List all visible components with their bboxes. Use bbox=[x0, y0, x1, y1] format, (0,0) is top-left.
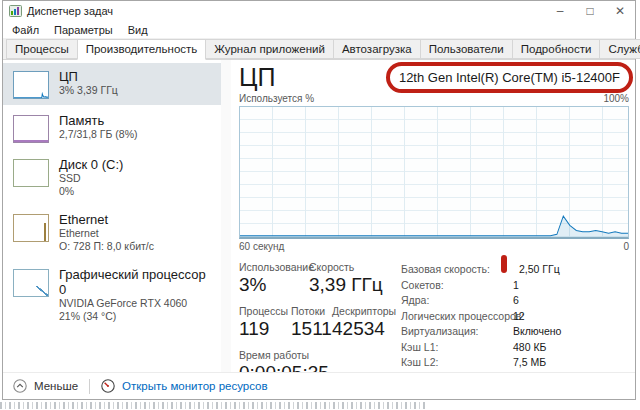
detail-row-logical-processors: Логических процессоров: 12 bbox=[401, 309, 561, 325]
footer-separator bbox=[89, 379, 90, 394]
cropped-background-text bbox=[0, 402, 428, 409]
detail-row-base-speed: Базовая скорость: 2,50 ГГц bbox=[401, 262, 561, 278]
base-speed-value: 2,50 ГГц bbox=[513, 262, 560, 278]
sidebar-item-title: Ethernet bbox=[59, 212, 154, 227]
cpu-usage-area-series bbox=[240, 107, 628, 237]
sidebar-item-sub: Ethernet bbox=[59, 227, 154, 240]
sidebar-item-sub: 2,7/31,8 ГБ (8%) bbox=[59, 128, 138, 141]
footer-bar: Меньше Открыть монитор ресурсов bbox=[3, 372, 635, 399]
sidebar-item-title: Графический процессор 0 bbox=[59, 267, 215, 297]
sidebar-item-disk[interactable]: Диск 0 (C:) SSD 0% bbox=[3, 151, 221, 204]
chart-window-label: 60 секунд bbox=[239, 241, 284, 252]
tab-startup[interactable]: Автозагрузка bbox=[333, 39, 421, 59]
tab-users[interactable]: Пользователи bbox=[420, 39, 513, 59]
speed-value: 3,39 ГГц bbox=[309, 274, 383, 296]
speed-label: Скорость bbox=[309, 261, 354, 273]
performance-sidebar: ЦП 3% 3,39 ГГц Память 2,7/31,8 ГБ (8%) Д… bbox=[3, 60, 221, 372]
sidebar-item-title: ЦП bbox=[59, 69, 118, 84]
usage-label: Использование bbox=[239, 261, 309, 273]
cpu-spec-details: Базовая скорость: 2,50 ГГц Сокетов: 1 Яд… bbox=[401, 261, 561, 372]
processes-label: Процессы bbox=[239, 305, 291, 317]
handles-value: 42534 bbox=[332, 318, 385, 340]
tab-details[interactable]: Подробности bbox=[512, 39, 601, 59]
sidebar-item-sub2: 0% bbox=[59, 185, 123, 198]
sidebar-scrollbar[interactable] bbox=[221, 60, 231, 372]
app-icon bbox=[9, 5, 22, 17]
handles-label: Дескрипторы bbox=[332, 305, 396, 317]
task-manager-window: Диспетчер задач – □ ✕ Файл Параметры Вид… bbox=[2, 0, 636, 400]
sidebar-item-cpu[interactable]: ЦП 3% 3,39 ГГц bbox=[3, 63, 221, 105]
sidebar-item-ethernet[interactable]: Ethernet Ethernet О: 728 П: 8,0 кбит/с bbox=[3, 206, 221, 259]
minimize-button[interactable]: – bbox=[545, 1, 575, 21]
sidebar-item-memory[interactable]: Память 2,7/31,8 ГБ (8%) bbox=[3, 107, 221, 149]
sidebar-item-sub: 3% 3,39 ГГц bbox=[59, 84, 118, 97]
cpu-panel: ЦП 12th Gen Intel(R) Core(TM) i5-12400F … bbox=[231, 60, 635, 372]
menu-options[interactable]: Параметры bbox=[54, 24, 113, 36]
chart-utilization-label: Используется % bbox=[239, 93, 314, 104]
tab-services[interactable]: Службы bbox=[599, 39, 640, 59]
detail-row-cores: Ядра: 6 bbox=[401, 293, 561, 309]
cpu-mini-chart-icon bbox=[13, 71, 49, 99]
ethernet-mini-chart-icon bbox=[13, 214, 49, 242]
tab-processes[interactable]: Процессы bbox=[6, 39, 78, 59]
processes-value: 119 bbox=[239, 318, 291, 340]
sidebar-item-title: Память bbox=[59, 113, 138, 128]
cpu-live-stats: Использование Скорость 3% 3,39 ГГц Проце… bbox=[239, 261, 397, 372]
chart-zero-label: 0 bbox=[623, 241, 629, 252]
menu-view[interactable]: Вид bbox=[128, 24, 148, 36]
resource-monitor-gauge-icon[interactable] bbox=[101, 379, 115, 393]
open-resource-monitor-link[interactable]: Открыть монитор ресурсов bbox=[122, 380, 268, 392]
gpu-mini-chart-icon bbox=[13, 269, 49, 297]
sidebar-item-title: Диск 0 (C:) bbox=[59, 157, 123, 172]
memory-mini-chart-icon bbox=[13, 115, 49, 143]
uptime-label: Время работы bbox=[239, 349, 309, 361]
chart-max-label: 100% bbox=[603, 93, 629, 104]
tab-app-history[interactable]: Журнал приложений bbox=[205, 39, 334, 59]
menu-bar: Файл Параметры Вид bbox=[3, 21, 635, 38]
tab-bar: Процессы Производительность Журнал прило… bbox=[3, 38, 635, 60]
menu-file[interactable]: Файл bbox=[12, 24, 39, 36]
detail-row-l2-cache: Кэш L2: 7,5 МБ bbox=[401, 355, 561, 371]
cpu-model-name: 12th Gen Intel(R) Core(TM) i5-12400F bbox=[399, 70, 620, 85]
uptime-value: 0:00:05:35 bbox=[239, 362, 329, 372]
disk-mini-chart-icon bbox=[13, 159, 49, 187]
detail-row-l1-cache: Кэш L1: 480 КБ bbox=[401, 340, 561, 356]
detail-row-virtualization: Виртуализация: Включено bbox=[401, 324, 561, 340]
chevron-up-circle-icon[interactable] bbox=[13, 379, 27, 393]
less-details-button[interactable]: Меньше bbox=[34, 380, 78, 392]
sidebar-item-gpu[interactable]: Графический процессор 0 NVIDIA GeForce R… bbox=[3, 261, 221, 329]
sidebar-item-sub2: О: 728 П: 8,0 кбит/с bbox=[59, 240, 154, 253]
page-title: ЦП bbox=[239, 62, 275, 92]
usage-value: 3% bbox=[239, 274, 309, 296]
maximize-button[interactable]: □ bbox=[575, 1, 605, 21]
detail-row-sockets: Сокетов: 1 bbox=[401, 278, 561, 294]
threads-value: 1511 bbox=[291, 318, 332, 340]
title-bar: Диспетчер задач – □ ✕ bbox=[3, 1, 635, 21]
close-button[interactable]: ✕ bbox=[605, 1, 635, 21]
content-area: ЦП 3% 3,39 ГГц Память 2,7/31,8 ГБ (8%) Д… bbox=[3, 60, 635, 372]
cpu-usage-chart[interactable] bbox=[239, 106, 629, 239]
tab-performance[interactable]: Производительность bbox=[77, 39, 207, 60]
sidebar-item-sub2: 21% (34 °C) bbox=[59, 310, 215, 323]
threads-label: Потоки bbox=[291, 305, 332, 317]
window-title: Диспетчер задач bbox=[27, 5, 113, 17]
sidebar-item-sub: SSD bbox=[59, 172, 123, 185]
sidebar-item-sub: NVIDIA GeForce RTX 4060 bbox=[59, 297, 215, 310]
